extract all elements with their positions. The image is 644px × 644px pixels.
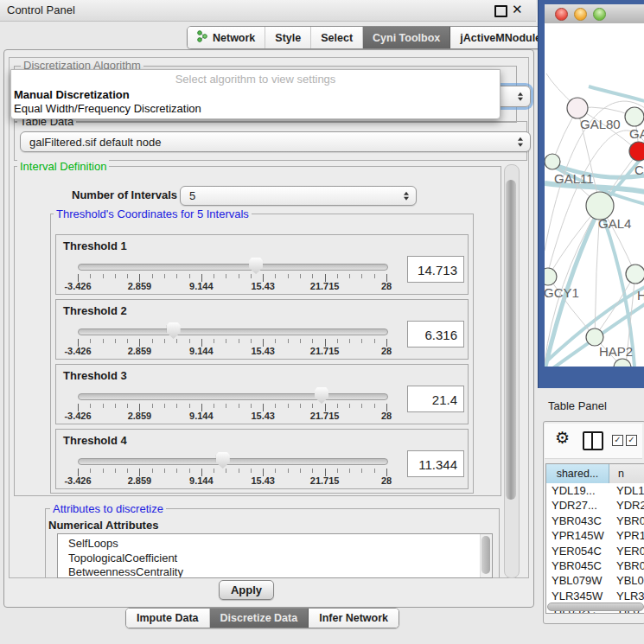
num-intervals-label: Number of Intervals [72, 188, 177, 201]
slider-handle[interactable] [216, 452, 230, 469]
slider-track[interactable] [78, 264, 388, 271]
algorithm-option-manual[interactable]: Manual Discretization [14, 88, 130, 101]
slider-scale-label: 21.715 [310, 281, 340, 291]
table-row[interactable]: YDR27...YDR2 [546, 498, 644, 513]
top-tab-bar: Network Style Select Cyni Toolbox jActiv… [187, 26, 558, 49]
threshold-value-field[interactable]: 21.4 [407, 386, 464, 412]
slider-major-ticks [78, 469, 389, 476]
table-row[interactable]: YBR045CYBR0 [546, 558, 644, 573]
slider-scale-label: 15.43 [251, 281, 275, 291]
table-horizontal-scrollbar[interactable] [547, 603, 644, 611]
node-attribute-table: shared... n YDL19...YDL1YDR27...YDR2YBR0… [545, 463, 644, 614]
cell-name: YPR1 [609, 528, 644, 543]
column-header-name[interactable]: n [609, 464, 644, 483]
close-icon[interactable]: ✕ [512, 2, 523, 17]
slider-scale-label: 2.859 [128, 346, 152, 356]
network-canvas[interactable]: GAL80GACGAL11GAL4GCY1HHAP2 [545, 23, 644, 367]
table-row[interactable]: YPR145WYPR1 [546, 528, 644, 543]
algorithm-dropdown-popup: Select algorithm to view settings Manual… [10, 69, 501, 119]
cell-shared-name: YBR045C [546, 558, 609, 573]
slider-major-ticks [78, 339, 389, 347]
cell-shared-name: YPR145W [546, 528, 609, 543]
slider-handle[interactable] [249, 258, 263, 274]
gear-icon[interactable]: ⚙ [555, 428, 570, 448]
threshold-value-field[interactable]: 11.344 [407, 450, 464, 477]
threshold-value-field[interactable]: 6.316 [407, 321, 464, 348]
checkbox-checked-icon[interactable]: ✓ [612, 435, 623, 446]
cell-shared-name: YBR043C [546, 513, 609, 528]
float-window-icon[interactable] [494, 5, 507, 17]
tab-style[interactable]: Style [265, 27, 311, 48]
tab-infer-network[interactable]: Infer Network [309, 609, 399, 628]
network-node[interactable] [626, 265, 644, 284]
threshold-3-panel: Threshold 3 -3.4262.8599.14415.4321.7152… [55, 364, 469, 424]
network-node[interactable] [629, 142, 644, 161]
slider-scale-label: -3.426 [64, 281, 91, 291]
cell-name: YBR0 [609, 558, 644, 573]
numerical-attributes-label: Numerical Attributes [48, 519, 158, 532]
minimize-traffic-light-icon[interactable] [574, 8, 587, 21]
close-traffic-light-icon[interactable] [555, 8, 568, 21]
network-node-label: GAL4 [598, 216, 631, 231]
algorithm-placeholder-item[interactable]: Select algorithm to view settings [11, 73, 500, 86]
attribute-list-item[interactable]: TopologicalCoefficient [58, 552, 492, 566]
network-view-window: GAL80GACGAL11GAL4GCY1HHAP2 [538, 0, 644, 388]
slider-handle[interactable] [167, 322, 181, 339]
thresholds-group-title: Threshold's Coordinates for 5 Intervals [54, 207, 252, 220]
tab-select[interactable]: Select [311, 27, 363, 48]
table-row[interactable]: YDL19...YDL1 [546, 483, 644, 498]
cell-name: YDR2 [609, 498, 644, 513]
control-panel-titlebar: Control Panel ✕ [0, 0, 536, 22]
combo-arrows-icon [404, 191, 409, 201]
slider-track[interactable] [78, 458, 388, 465]
slider-scale-label: 28 [381, 475, 392, 486]
slider-scale-label: 21.715 [310, 411, 340, 421]
network-node[interactable] [586, 328, 603, 346]
slider-scale-label: 9.144 [189, 281, 214, 291]
network-node-label: GA [629, 126, 644, 141]
slider-track[interactable] [78, 328, 388, 335]
column-header-shared-name[interactable]: shared... [546, 464, 609, 483]
num-intervals-value: 5 [189, 189, 195, 202]
slider-scale-label: -3.426 [64, 411, 91, 421]
slider-scale-label: 2.859 [128, 411, 152, 421]
form-vertical-scrollbar[interactable] [504, 164, 520, 578]
attribute-list-item[interactable]: BetweennessCentrality [58, 565, 492, 578]
slider-track[interactable] [78, 393, 388, 400]
apply-button[interactable]: Apply [219, 580, 274, 600]
network-node-label: GAL11 [554, 171, 594, 186]
cell-name: YBR0 [609, 513, 644, 528]
threshold-label: Threshold 1 [63, 239, 127, 252]
slider-scale-label: 9.144 [189, 475, 214, 486]
network-node[interactable] [545, 154, 560, 169]
slider-handle[interactable] [315, 387, 328, 404]
network-node[interactable] [625, 107, 644, 126]
tab-cyni-toolbox[interactable]: Cyni Toolbox [363, 27, 450, 48]
num-intervals-combobox[interactable]: 5 [180, 186, 417, 206]
table-data-combobox[interactable]: galFiltered.sif default node [20, 131, 531, 152]
attribute-list-item[interactable]: SelfLoops [58, 537, 492, 552]
threshold-label: Threshold 4 [63, 434, 127, 447]
list-scrollbar[interactable] [480, 534, 492, 577]
slider-scale-label: 15.43 [251, 411, 275, 421]
table-row[interactable]: YBR043CYBR0 [546, 513, 644, 528]
table-row[interactable]: YBL079WYBL0 [546, 573, 644, 588]
split-columns-icon[interactable] [583, 431, 603, 450]
tab-network[interactable]: Network [188, 27, 265, 48]
algorithm-option-equal-width[interactable]: Equal Width/Frequency Discretization [14, 102, 201, 115]
checkbox-checked-icon[interactable]: ✓ [626, 435, 637, 446]
threshold-label: Threshold 2 [63, 304, 127, 317]
cell-shared-name: YER054C [546, 544, 609, 558]
tab-impute-data[interactable]: Impute Data [126, 609, 210, 628]
network-node[interactable] [545, 268, 557, 285]
table-row[interactable]: YLR345WYLR3 [546, 589, 644, 603]
attributes-list[interactable]: SelfLoopsTopologicalCoefficientBetweenne… [57, 533, 493, 578]
slider-scale-label: 21.715 [310, 346, 340, 356]
combo-arrows-icon [518, 137, 523, 147]
threshold-value-field[interactable]: 14.713 [407, 256, 464, 283]
network-node[interactable] [614, 359, 631, 367]
tab-discretize-data[interactable]: Discretize Data [210, 609, 309, 628]
table-row[interactable]: YER054CYER0 [546, 544, 644, 558]
network-node[interactable] [567, 98, 588, 118]
zoom-traffic-light-icon[interactable] [593, 8, 606, 21]
